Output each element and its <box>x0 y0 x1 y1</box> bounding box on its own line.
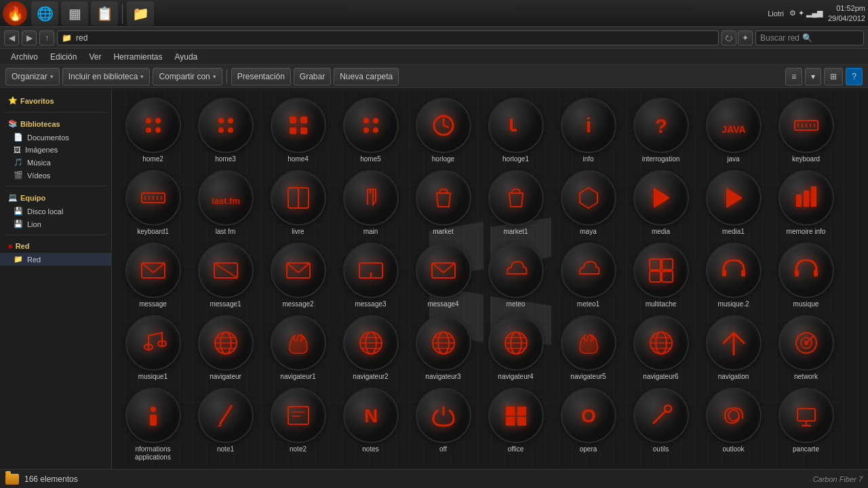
icon-item-home4[interactable]: home4 <box>262 95 334 166</box>
taskbar-app-calc[interactable]: ▦ <box>61 1 88 26</box>
btn-presentacion[interactable]: Presentación <box>231 68 291 85</box>
icon-item-musique2[interactable]: musique.2 <box>698 240 769 311</box>
btn-nueva-carpeta[interactable]: Nueva carpeta <box>334 68 399 85</box>
menu-ayuda[interactable]: Ayuda <box>169 51 203 63</box>
icon-item-notes[interactable]: N notes <box>335 385 406 464</box>
icon-item-navigateur2[interactable]: navigateur2 <box>335 312 406 384</box>
icon-item-navigateur5[interactable]: navigateur5 <box>553 312 624 384</box>
btn-incluir-biblioteca[interactable]: Incluir en biblioteca ▾ <box>62 68 151 85</box>
icon-item-horloge1[interactable]: horloge1 <box>480 95 551 166</box>
icon-item-message[interactable]: message <box>117 240 189 311</box>
icon-item-musique[interactable]: musique <box>770 240 842 311</box>
icon-item-navigateur[interactable]: navigateur <box>190 312 261 384</box>
icon-svg-horloge <box>427 108 460 142</box>
icon-circle-nformations_applications <box>125 388 181 443</box>
icon-svg-nformations_applications <box>136 399 170 432</box>
icon-item-navigateur1[interactable]: navigateur1 <box>262 312 334 384</box>
icon-item-outils[interactable]: outils <box>625 385 696 464</box>
btn-grabar[interactable]: Grabar <box>294 68 331 85</box>
icon-item-navigateur3[interactable]: navigateur3 <box>408 312 479 384</box>
svg-point-2 <box>146 127 151 133</box>
up-button[interactable]: ↑ <box>39 30 54 45</box>
icon-item-note2[interactable]: note2 <box>262 385 334 464</box>
svg-point-4 <box>218 118 224 123</box>
btn-view-toggle[interactable]: ▾ <box>805 68 821 85</box>
icon-item-musique1[interactable]: musique1 <box>117 312 189 384</box>
icon-svg-horloge1 <box>499 108 533 142</box>
btn-organizar[interactable]: Organizar ▾ <box>5 68 60 85</box>
svg-text:O: O <box>581 405 596 426</box>
icon-item-network[interactable]: network <box>770 312 842 384</box>
icon-label-multitache: multitache <box>646 300 677 308</box>
icon-item-home2[interactable]: home2 <box>117 95 189 166</box>
address-path[interactable]: 📁 red <box>57 30 719 45</box>
icon-circle-network <box>778 315 834 371</box>
icon-item-maya[interactable]: maya <box>553 167 624 239</box>
sidebar-item-musica[interactable]: 🎵Música <box>0 156 111 169</box>
icon-label-off: off <box>439 445 447 453</box>
icon-item-outlook[interactable]: outlook <box>698 385 769 464</box>
icon-item-keyboard1[interactable]: keyboard1 <box>117 167 189 239</box>
icon-item-message1[interactable]: message1 <box>190 240 261 311</box>
icon-item-keyboard[interactable]: keyboard <box>770 95 842 166</box>
icon-item-opera[interactable]: O opera <box>553 385 624 464</box>
search-box[interactable]: Buscar red 🔍 <box>755 30 864 45</box>
icon-item-message4[interactable]: message4 <box>408 240 479 311</box>
sidebar-item-imagenes[interactable]: 🖼Imágenes <box>0 144 111 156</box>
icon-item-multitache[interactable]: multitache <box>625 240 696 311</box>
refresh-button[interactable]: ⭮ <box>722 30 736 45</box>
icon-item-home5[interactable]: home5 <box>335 95 406 166</box>
btn-help[interactable]: ? <box>846 68 863 85</box>
menu-edicion[interactable]: Edición <box>45 51 82 63</box>
icon-item-market1[interactable]: market1 <box>480 167 551 239</box>
btn-view-large[interactable]: ⊞ <box>824 68 843 85</box>
sidebar-item-videos[interactable]: 🎬Vídeos <box>0 169 111 182</box>
sidebar-item-red[interactable]: 📁Red <box>0 253 111 266</box>
icon-item-java[interactable]: JAVA java <box>698 95 769 166</box>
icon-item-last_fm[interactable]: last.fm last fm <box>190 167 261 239</box>
icon-item-note1[interactable]: note1 <box>190 385 261 464</box>
icon-item-nformations_applications[interactable]: nformations applications <box>117 385 189 464</box>
menu-ver[interactable]: Ver <box>83 51 106 63</box>
btn-compartir[interactable]: Compartir con ▾ <box>153 68 222 85</box>
sidebar-item-documentos[interactable]: 📄Documentos <box>0 131 111 144</box>
taskbar-app-chrome[interactable]: 🌐 <box>31 1 58 26</box>
taskbar-date: 29/04/2012 <box>828 14 865 23</box>
icon-item-horloge[interactable]: horloge <box>408 95 479 166</box>
icon-item-livre[interactable]: livre <box>262 167 334 239</box>
icon-item-market[interactable]: market <box>408 167 479 239</box>
icon-item-meteo[interactable]: meteo <box>480 240 551 311</box>
forward-button[interactable]: ▶ <box>22 30 37 45</box>
icon-item-media[interactable]: media <box>625 167 696 239</box>
back-button[interactable]: ◀ <box>4 30 19 45</box>
icon-item-navigateur4[interactable]: navigateur4 <box>480 312 551 384</box>
icon-item-office[interactable]: office <box>480 385 551 464</box>
icon-item-message2[interactable]: message2 <box>262 240 334 311</box>
star-button[interactable]: ✦ <box>738 30 753 45</box>
icon-item-interrogation[interactable]: ? interrogation <box>625 95 696 166</box>
btn-view-details[interactable]: ≡ <box>785 68 802 85</box>
icon-item-navigateur6[interactable]: navigateur6 <box>625 312 696 384</box>
menu-archivo[interactable]: Archivo <box>5 51 43 63</box>
menu-herramientas[interactable]: Herramientas <box>108 51 167 63</box>
sidebar-item-lion[interactable]: 💾Lion <box>0 218 111 230</box>
icon-label-horloge1: horloge1 <box>502 155 529 163</box>
icon-item-meteo1[interactable]: meteo1 <box>553 240 624 311</box>
icon-item-media1[interactable]: media1 <box>698 167 769 239</box>
icon-item-off[interactable]: off <box>408 385 479 464</box>
icon-item-navigation[interactable]: navigation <box>698 312 769 384</box>
statusbar-folder-icon <box>5 474 19 485</box>
icon-svg-home4 <box>281 108 315 142</box>
icon-circle-home2 <box>125 98 181 153</box>
icon-item-pancarte[interactable]: pancarte <box>770 385 842 464</box>
icon-item-memoire_info[interactable]: memoire info <box>770 167 842 239</box>
icon-item-message3[interactable]: message3 <box>335 240 406 311</box>
icon-item-home3[interactable]: home3 <box>190 95 261 166</box>
icon-circle-livre <box>271 170 326 226</box>
icon-svg-note2 <box>281 399 315 432</box>
taskbar-app-folder[interactable]: 📁 <box>127 1 154 26</box>
icon-item-info[interactable]: i info <box>553 95 624 166</box>
sidebar-item-disco-local[interactable]: 💾Disco local <box>0 205 111 218</box>
icon-item-main[interactable]: main <box>335 167 406 239</box>
taskbar-app-files[interactable]: 📋 <box>91 1 118 26</box>
